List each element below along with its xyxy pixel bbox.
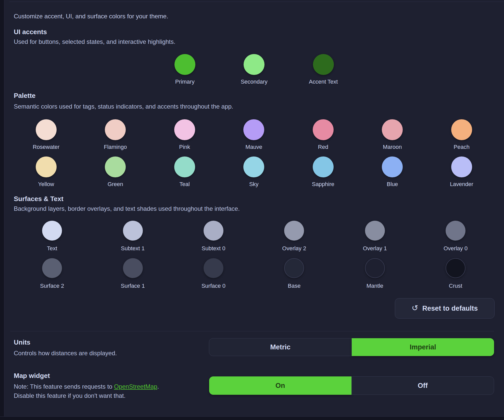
swatch-mantle[interactable]: Mantle (335, 258, 415, 289)
subtext-0-color-dot[interactable] (204, 221, 223, 241)
base-label: Base (288, 283, 300, 289)
yellow-color-dot[interactable] (36, 156, 57, 177)
reset-icon: ↺ (412, 304, 418, 312)
teal-label: Teal (180, 181, 190, 188)
openstreetmap-link[interactable]: OpenStreetMap (114, 383, 157, 390)
mauve-label: Mauve (245, 144, 262, 150)
swatch-red[interactable]: Red (288, 119, 358, 150)
mantle-color-dot[interactable] (365, 258, 385, 278)
ui-accents-description: Used for buttons, selected states, and i… (14, 38, 175, 45)
reset-to-defaults-button[interactable]: ↺ Reset to defaults (395, 298, 495, 319)
swatch-secondary[interactable]: Secondary (220, 54, 289, 85)
green-color-dot[interactable] (105, 156, 126, 177)
green-label: Green (108, 181, 123, 188)
swatch-green[interactable]: Green (81, 156, 150, 188)
swatch-lavender[interactable]: Lavender (427, 156, 496, 188)
overlay-1-color-dot[interactable] (365, 221, 385, 241)
sky-color-dot[interactable] (243, 156, 264, 177)
map-widget-option-on[interactable]: On (209, 376, 351, 395)
swatch-primary[interactable]: Primary (150, 54, 220, 85)
swatch-accent-text[interactable]: Accent Text (289, 54, 358, 85)
mauve-color-dot[interactable] (243, 119, 264, 140)
swatch-surface-1[interactable]: Surface 1 (92, 258, 173, 289)
overlay-2-label: Overlay 2 (282, 245, 306, 252)
swatch-subtext-0[interactable]: Subtext 0 (173, 221, 254, 252)
yellow-label: Yellow (38, 181, 54, 188)
flamingo-color-dot[interactable] (105, 119, 126, 140)
swatch-surface-0[interactable]: Surface 0 (173, 258, 254, 289)
surfaces-row-1: Text Subtext 1 Subtext 0 Overlay 2 Overl… (12, 221, 496, 252)
crust-color-dot[interactable] (446, 258, 465, 278)
reset-button-label: Reset to defaults (422, 305, 478, 312)
palette-row-2: Yellow Green Teal Sky Sapphire Blue Lave… (11, 156, 496, 188)
primary-color-dot[interactable] (174, 54, 195, 75)
surfaces-heading: Surfaces & Text (14, 195, 64, 203)
swatch-pink[interactable]: Pink (150, 119, 219, 150)
swatch-overlay-2[interactable]: Overlay 2 (254, 221, 334, 252)
palette-row-1: Rosewater Flamingo Pink Mauve Red Maroon… (11, 119, 496, 150)
red-color-dot[interactable] (313, 119, 334, 140)
primary-label: Primary (175, 78, 195, 85)
swatch-yellow[interactable]: Yellow (11, 156, 81, 188)
swatch-blue[interactable]: Blue (358, 156, 427, 188)
maroon-color-dot[interactable] (382, 119, 403, 140)
swatch-sky[interactable]: Sky (219, 156, 289, 188)
map-widget-option-off[interactable]: Off (351, 376, 494, 395)
surfaces-row-2: Surface 2 Surface 1 Surface 0 Base Mantl… (12, 258, 496, 289)
surfaces-description: Background layers, border overlays, and … (14, 205, 240, 212)
swatch-mauve[interactable]: Mauve (219, 119, 289, 150)
text-color-dot[interactable] (42, 221, 62, 241)
subtext-1-color-dot[interactable] (123, 221, 143, 241)
swatch-maroon[interactable]: Maroon (358, 119, 427, 150)
sapphire-label: Sapphire (312, 181, 334, 188)
note-suffix: . (157, 383, 159, 390)
surface-2-color-dot[interactable] (42, 258, 62, 278)
swatch-text[interactable]: Text (12, 221, 92, 252)
intro-text: Customize accent, UI, and surface colors… (14, 13, 168, 20)
overlay-2-color-dot[interactable] (284, 221, 304, 241)
swatch-sapphire[interactable]: Sapphire (288, 156, 358, 188)
units-heading: Units (14, 338, 30, 346)
secondary-label: Secondary (241, 78, 268, 85)
blue-label: Blue (387, 181, 398, 188)
swatch-overlay-1[interactable]: Overlay 1 (335, 221, 415, 252)
overlay-0-color-dot[interactable] (446, 221, 465, 241)
overlay-0-label: Overlay 0 (444, 245, 468, 252)
pink-label: Pink (179, 144, 190, 150)
units-option-metric[interactable]: Metric (209, 338, 352, 356)
surface-1-color-dot[interactable] (123, 258, 143, 278)
lavender-color-dot[interactable] (451, 156, 472, 177)
swatch-crust[interactable]: Crust (415, 258, 496, 289)
map-widget-segmented-control: On Off (209, 376, 494, 395)
surface-0-color-dot[interactable] (204, 258, 223, 278)
section-divider (10, 331, 494, 331)
swatch-peach[interactable]: Peach (427, 119, 496, 150)
swatch-overlay-0[interactable]: Overlay 0 (415, 221, 496, 252)
accent-text-color-dot[interactable] (313, 54, 334, 75)
units-option-imperial[interactable]: Imperial (352, 338, 494, 356)
panel-bottom-edge (0, 416, 504, 420)
base-color-dot[interactable] (284, 258, 304, 278)
red-label: Red (318, 144, 328, 150)
subtext-0-label: Subtext 0 (202, 245, 225, 252)
secondary-color-dot[interactable] (244, 54, 264, 75)
blue-color-dot[interactable] (382, 156, 403, 177)
sapphire-color-dot[interactable] (313, 156, 334, 177)
swatch-teal[interactable]: Teal (150, 156, 219, 188)
note-line-2: Disable this feature if you don't want t… (14, 392, 125, 399)
lavender-label: Lavender (450, 181, 473, 188)
teal-color-dot[interactable] (174, 156, 195, 177)
peach-color-dot[interactable] (451, 119, 472, 140)
left-rail (0, 0, 4, 420)
swatch-base[interactable]: Base (254, 258, 334, 289)
swatch-subtext-1[interactable]: Subtext 1 (92, 221, 173, 252)
surface-0-label: Surface 0 (201, 283, 225, 289)
map-widget-heading: Map widget (14, 372, 50, 380)
maroon-label: Maroon (383, 144, 402, 150)
swatch-flamingo[interactable]: Flamingo (81, 119, 150, 150)
palette-heading: Palette (14, 92, 35, 100)
swatch-surface-2[interactable]: Surface 2 (12, 258, 92, 289)
swatch-rosewater[interactable]: Rosewater (11, 119, 81, 150)
rosewater-color-dot[interactable] (36, 119, 57, 140)
pink-color-dot[interactable] (174, 119, 195, 140)
